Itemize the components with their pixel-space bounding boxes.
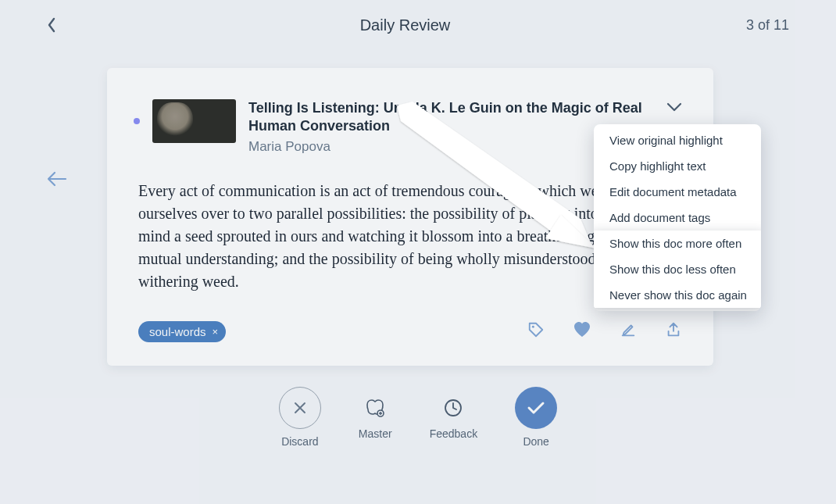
tag-label: soul-words [149,325,206,338]
close-icon [293,401,307,415]
clock-icon [443,398,463,418]
card-dropdown-menu: View original highlight Copy highlight t… [594,124,761,311]
done-label: Done [523,435,548,448]
share-icon [665,321,682,338]
brain-icon [364,397,386,419]
heart-icon [573,321,591,338]
tag-button[interactable] [527,321,545,341]
document-thumbnail[interactable] [152,99,236,143]
share-button[interactable] [665,321,682,341]
header: Daily Review 3 of 11 [0,0,836,50]
dropdown-item-add-tags[interactable]: Add document tags [594,205,761,231]
tag-icon [527,321,545,338]
tag-remove-button[interactable]: × [213,326,219,338]
master-label: Master [359,427,392,440]
dropdown-item-copy-text[interactable]: Copy highlight text [594,153,761,179]
edit-button[interactable] [620,321,637,341]
progress-counter: 3 of 11 [746,17,789,34]
page-title: Daily Review [360,16,451,34]
review-actions: Discard Master Feedback Done [0,387,836,448]
done-button[interactable]: Done [515,387,557,448]
chevron-down-icon [666,102,682,112]
unread-dot-icon [134,118,140,124]
prev-card-button[interactable] [45,167,69,191]
chevron-left-icon [47,17,56,33]
feedback-label: Feedback [430,427,477,440]
dropdown-item-less-often[interactable]: Show this doc less often [594,256,761,282]
dropdown-item-view-original[interactable]: View original highlight [594,127,761,153]
dropdown-item-edit-metadata[interactable]: Edit document metadata [594,179,761,205]
edit-icon [620,321,637,338]
master-button[interactable]: Master [359,387,392,448]
check-icon [527,400,545,416]
svg-point-0 [532,326,534,328]
arrow-left-icon [47,171,67,187]
tag-chip[interactable]: soul-words × [138,321,226,342]
back-button[interactable] [39,13,64,38]
discard-label: Discard [281,435,318,448]
dropdown-item-more-often[interactable]: Show this doc more often [594,231,761,256]
favorite-button[interactable] [573,321,591,341]
dropdown-item-never-show[interactable]: Never show this doc again [594,282,761,308]
feedback-button[interactable]: Feedback [430,387,477,448]
discard-button[interactable]: Discard [279,387,321,448]
card-menu-button[interactable] [666,101,682,115]
